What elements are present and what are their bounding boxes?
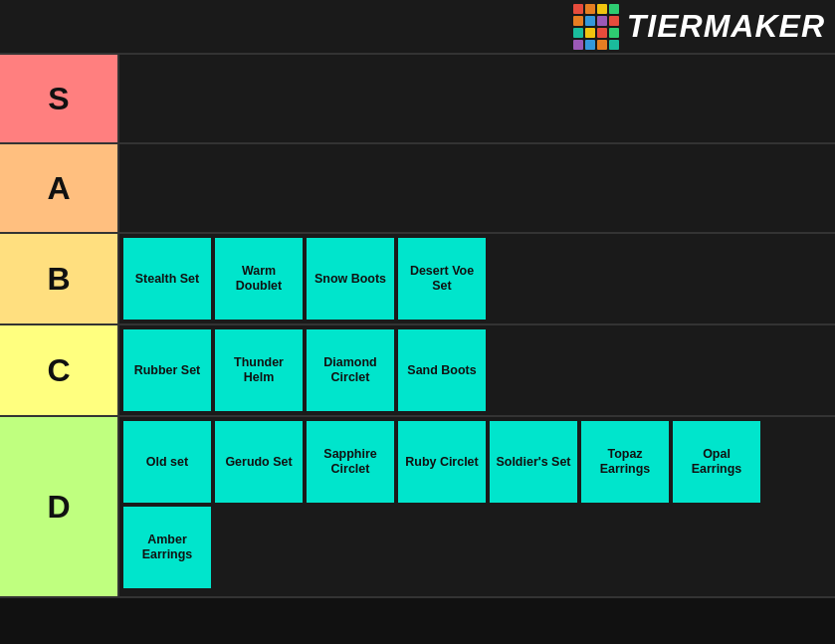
logo-grid [573,4,619,50]
item-opal-earrings[interactable]: Opal Earrings [673,421,760,503]
item-sand-boots[interactable]: Sand Boots [398,329,486,411]
tiermaker-logo: TiERMAKER [573,4,825,50]
item-warm-doublet[interactable]: Warm Doublet [215,238,303,320]
logo-cell [597,16,607,26]
tier-label-b: B [0,234,119,323]
tier-items-s [119,55,835,142]
item-topaz-earrings[interactable]: Topaz Earrings [581,421,669,503]
tier-label-a: A [0,144,119,232]
tier-items-c: Rubber Set Thunder Helm Diamond Circlet … [119,325,835,415]
logo-cell [597,28,607,38]
tier-label-c: C [0,325,119,415]
header-row: TiERMAKER [0,0,835,55]
logo-cell [573,28,583,38]
tier-row-a: A [0,144,835,234]
logo-cell [609,4,619,14]
item-diamond-circlet[interactable]: Diamond Circlet [307,329,394,411]
tier-row-b: B Stealth Set Warm Doublet Snow Boots De… [0,234,835,325]
tier-items-b: Stealth Set Warm Doublet Snow Boots Dese… [119,234,835,323]
logo-cell [597,4,607,14]
logo-cell [573,16,583,26]
tier-row-s: S [0,55,835,144]
tier-row-c: C Rubber Set Thunder Helm Diamond Circle… [0,325,835,417]
logo-cell [585,4,595,14]
tier-label-s: S [0,55,119,142]
logo-cell [597,40,607,50]
item-soldiers-set[interactable]: Soldier's Set [490,421,577,503]
item-rubber-set[interactable]: Rubber Set [123,329,211,411]
logo-cell [609,28,619,38]
item-desert-voe-set[interactable]: Desert Voe Set [398,238,486,320]
tier-items-d-wrapper: Old set Gerudo Set Sapphire Circlet Ruby… [119,417,835,592]
tier-items-d-row2: Amber Earrings [123,507,831,588]
item-sapphire-circlet[interactable]: Sapphire Circlet [307,421,394,503]
logo-cell [585,40,595,50]
tier-items-d-row1: Old set Gerudo Set Sapphire Circlet Ruby… [123,421,831,503]
item-amber-earrings[interactable]: Amber Earrings [123,507,211,588]
logo-cell [573,40,583,50]
item-stealth-set[interactable]: Stealth Set [123,238,211,320]
tiermaker-title: TiERMAKER [627,8,825,45]
logo-cell [585,16,595,26]
tier-row-d: D Old set Gerudo Set Sapphire Circlet Ru… [0,417,835,598]
tier-container: TiERMAKER S A B Stealth Set Warm Doublet… [0,0,835,598]
tier-items-a [119,144,835,232]
item-thunder-helm[interactable]: Thunder Helm [215,329,303,411]
tier-label-d: D [0,417,119,596]
item-ruby-circlet[interactable]: Ruby Circlet [398,421,486,503]
item-old-set[interactable]: Old set [123,421,211,503]
logo-cell [609,40,619,50]
logo-cell [585,28,595,38]
item-snow-boots[interactable]: Snow Boots [307,238,394,320]
item-gerudo-set[interactable]: Gerudo Set [215,421,303,503]
logo-cell [573,4,583,14]
logo-cell [609,16,619,26]
